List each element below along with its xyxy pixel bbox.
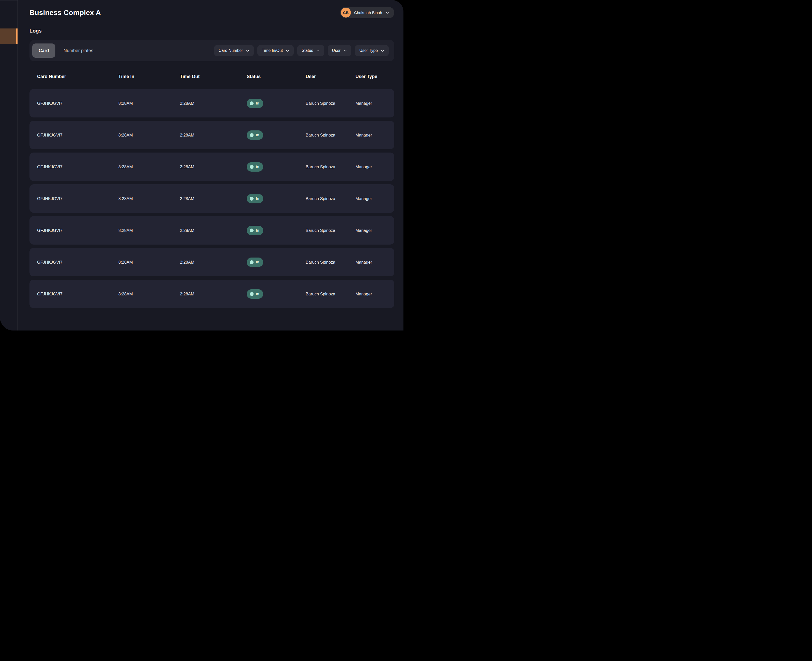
filter-label: Status	[302, 48, 313, 53]
filter-bar: Card Number plates Card Number Time In/O…	[29, 40, 394, 61]
status-dot-icon	[250, 101, 253, 105]
filter-label: User Type	[359, 48, 378, 53]
cell-time-in: 8:28AM	[118, 260, 180, 265]
status-dot-icon	[250, 165, 253, 169]
cell-user: Baruch Spinoza	[306, 101, 355, 106]
cell-time-out: 2:28AM	[180, 164, 247, 169]
chevron-down-icon	[381, 49, 384, 53]
cell-user: Baruch Spinoza	[306, 228, 355, 233]
cell-card-number: GFJHKJGVI7	[37, 133, 118, 137]
status-dot-icon	[250, 292, 253, 296]
filter-dropdowns: Card Number Time In/Out Status User User…	[214, 45, 389, 56]
filter-dropdown-card-number[interactable]: Card Number	[214, 45, 254, 56]
app-window: Business Complex A CB Chokmah Binah Logs…	[0, 0, 403, 330]
active-indicator	[16, 29, 18, 44]
table-row: GFJHKJGVI7 8:28AM 2:28AM In Baruch Spino…	[29, 248, 394, 276]
status-badge: In	[247, 99, 263, 108]
cell-time-out: 2:28AM	[180, 196, 247, 201]
cell-time-out: 2:28AM	[180, 101, 247, 106]
filter-label: Time In/Out	[262, 48, 283, 53]
column-header-status: Status	[247, 74, 306, 79]
cell-time-in: 8:28AM	[118, 196, 180, 201]
table-row: GFJHKJGVI7 8:28AM 2:28AM In Baruch Spino…	[29, 89, 394, 117]
table-body: GFJHKJGVI7 8:28AM 2:28AM In Baruch Spino…	[29, 89, 394, 308]
column-header-card-number: Card Number	[37, 74, 118, 79]
table-row: GFJHKJGVI7 8:28AM 2:28AM In Baruch Spino…	[29, 184, 394, 213]
status-dot-icon	[250, 197, 253, 201]
user-menu[interactable]: CB Chokmah Binah	[340, 7, 394, 18]
cell-user: Baruch Spinoza	[306, 196, 355, 201]
cell-user-type: Manager	[355, 260, 389, 265]
page-title: Business Complex A	[29, 9, 101, 17]
status-label: In	[256, 228, 259, 233]
status-label: In	[256, 260, 259, 264]
column-header-user-type: User Type	[355, 74, 389, 79]
column-header-user: User	[306, 74, 355, 79]
user-name: Chokmah Binah	[354, 10, 382, 15]
table-header: Card Number Time In Time Out Status User…	[29, 74, 394, 79]
cell-time-in: 8:28AM	[118, 133, 180, 137]
table-row: GFJHKJGVI7 8:28AM 2:28AM In Baruch Spino…	[29, 279, 394, 308]
filter-dropdown-user[interactable]: User	[328, 45, 352, 56]
cell-status: In	[247, 257, 306, 267]
cell-time-in: 8:28AM	[118, 292, 180, 297]
status-label: In	[256, 196, 259, 201]
column-header-time-in: Time In	[118, 74, 180, 79]
status-badge: In	[247, 257, 263, 267]
chevron-down-icon	[286, 49, 290, 53]
cell-time-out: 2:28AM	[180, 133, 247, 137]
status-badge: In	[247, 289, 263, 299]
cell-user-type: Manager	[355, 228, 389, 233]
top-bar: Business Complex A CB Chokmah Binah	[29, 7, 394, 18]
cell-user-type: Manager	[355, 292, 389, 297]
status-dot-icon	[250, 228, 253, 232]
filter-dropdown-time-in-out[interactable]: Time In/Out	[257, 45, 294, 56]
chevron-down-icon	[246, 49, 250, 53]
avatar: CB	[341, 8, 351, 18]
cell-time-in: 8:28AM	[118, 228, 180, 233]
cell-status: In	[247, 162, 306, 172]
status-badge: In	[247, 226, 263, 235]
cell-time-out: 2:28AM	[180, 228, 247, 233]
filter-dropdown-status[interactable]: Status	[297, 45, 324, 56]
cell-status: In	[247, 99, 306, 108]
status-label: In	[256, 292, 259, 296]
main-content: Business Complex A CB Chokmah Binah Logs…	[18, 0, 403, 330]
cell-card-number: GFJHKJGVI7	[37, 260, 118, 265]
cell-user: Baruch Spinoza	[306, 260, 355, 265]
status-dot-icon	[250, 133, 253, 137]
filter-label: User	[332, 48, 341, 53]
cell-card-number: GFJHKJGVI7	[37, 292, 118, 297]
cell-time-in: 8:28AM	[118, 164, 180, 169]
chevron-down-icon	[316, 49, 320, 53]
table-row: GFJHKJGVI7 8:28AM 2:28AM In Baruch Spino…	[29, 121, 394, 149]
cell-user-type: Manager	[355, 133, 389, 137]
sidebar-item-active[interactable]	[0, 29, 18, 44]
cell-user: Baruch Spinoza	[306, 133, 355, 137]
cell-user-type: Manager	[355, 101, 389, 106]
tab-number-plates[interactable]: Number plates	[64, 48, 93, 53]
cell-user-type: Manager	[355, 164, 389, 169]
column-header-time-out: Time Out	[180, 74, 247, 79]
chevron-down-icon	[385, 11, 390, 15]
cell-card-number: GFJHKJGVI7	[37, 164, 118, 169]
status-badge: In	[247, 162, 263, 172]
filter-label: Card Number	[218, 48, 243, 53]
sidebar	[0, 0, 18, 330]
section-heading: Logs	[29, 28, 394, 34]
status-badge: In	[247, 194, 263, 203]
status-badge: In	[247, 131, 263, 140]
tab-card[interactable]: Card	[32, 43, 56, 58]
status-dot-icon	[250, 260, 253, 264]
cell-card-number: GFJHKJGVI7	[37, 101, 118, 106]
cell-card-number: GFJHKJGVI7	[37, 228, 118, 233]
cell-status: In	[247, 194, 306, 203]
cell-user: Baruch Spinoza	[306, 164, 355, 169]
table-row: GFJHKJGVI7 8:28AM 2:28AM In Baruch Spino…	[29, 153, 394, 181]
cell-status: In	[247, 131, 306, 140]
filter-dropdown-user-type[interactable]: User Type	[355, 45, 389, 56]
cell-user-type: Manager	[355, 196, 389, 201]
cell-user: Baruch Spinoza	[306, 292, 355, 297]
table-row: GFJHKJGVI7 8:28AM 2:28AM In Baruch Spino…	[29, 216, 394, 244]
cell-status: In	[247, 226, 306, 235]
